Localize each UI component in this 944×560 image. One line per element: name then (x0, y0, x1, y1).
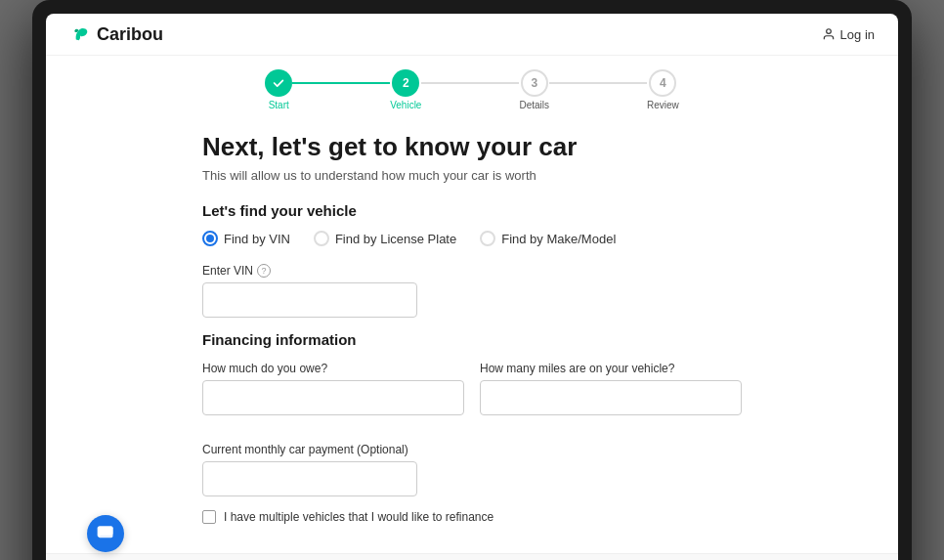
vin-field-group: Enter VIN ? (202, 264, 742, 318)
radio-group: Find by VIN Find by License Plate Find b… (202, 231, 742, 246)
header: Caribou Log in (46, 14, 898, 56)
multiple-vehicles-row[interactable]: I have multiple vehicles that I would li… (202, 510, 742, 524)
financing-two-col: How much do you owe? How many miles are … (202, 362, 742, 429)
main-content: Next, let's get to know your car This wi… (46, 116, 898, 553)
step-label-start: Start (269, 100, 289, 110)
step-circle-review: 4 (649, 69, 676, 97)
vehicle-section-title: Let's find your vehicle (202, 202, 742, 219)
page-subtitle: This will allow us to understand how muc… (202, 168, 742, 183)
progress-bar: Start 2 Vehicle 3 Details (46, 56, 898, 116)
login-button[interactable]: Log in (822, 27, 875, 42)
step-label-review: Review (647, 100, 679, 110)
step-review: 4 Review (647, 69, 679, 110)
page-title: Next, let's get to know your car (202, 132, 742, 162)
step-vehicle: 2 Vehicle (390, 69, 421, 110)
monthly-input[interactable] (202, 461, 417, 496)
step-line-1 (292, 82, 390, 84)
radio-dot-vin (202, 231, 218, 246)
logo-text: Caribou (97, 24, 163, 45)
step-line-2 (421, 82, 519, 84)
multiple-vehicles-label: I have multiple vehicles that I would li… (224, 510, 493, 524)
vin-input[interactable] (202, 282, 417, 318)
radio-plate[interactable]: Find by License Plate (314, 231, 456, 246)
owe-label: How much do you owe? (202, 362, 464, 375)
radio-make[interactable]: Find by Make/Model (480, 231, 616, 246)
step-label-details: Details (519, 100, 549, 110)
step-circle-start (265, 69, 292, 97)
radio-dot-plate (314, 231, 329, 246)
svg-point-0 (826, 29, 831, 34)
miles-field-group: How many miles are on your vehicle? (480, 362, 742, 415)
logo: Caribou (69, 23, 163, 45)
monthly-label: Current monthly car payment (Optional) (202, 443, 742, 456)
caribou-logo-icon (69, 23, 91, 45)
step-line-3 (549, 82, 647, 84)
step-circle-details: 3 (521, 69, 548, 97)
miles-label: How many miles are on your vehicle? (480, 362, 742, 375)
owe-field-group: How much do you owe? (202, 362, 464, 415)
checkmark-icon (272, 76, 285, 90)
vin-label: Enter VIN ? (202, 264, 742, 278)
miles-input[interactable] (480, 380, 742, 415)
radio-vin[interactable]: Find by VIN (202, 231, 290, 246)
vin-info-icon[interactable]: ? (257, 264, 271, 278)
step-details: 3 Details (519, 69, 549, 110)
multiple-vehicles-checkbox[interactable] (202, 510, 216, 524)
radio-dot-make (480, 231, 495, 246)
financing-section-title: Financing information (202, 331, 742, 348)
owe-input[interactable] (202, 380, 464, 415)
monthly-field-group: Current monthly car payment (Optional) (202, 443, 742, 496)
chat-icon (96, 524, 115, 543)
step-start: Start (265, 69, 292, 110)
chat-bubble-button[interactable] (87, 515, 124, 552)
step-circle-vehicle: 2 (392, 69, 419, 97)
footer-bar: Comparing new rates will not impact your… (46, 553, 898, 560)
user-icon (822, 27, 836, 41)
step-label-vehicle: Vehicle (390, 100, 421, 110)
